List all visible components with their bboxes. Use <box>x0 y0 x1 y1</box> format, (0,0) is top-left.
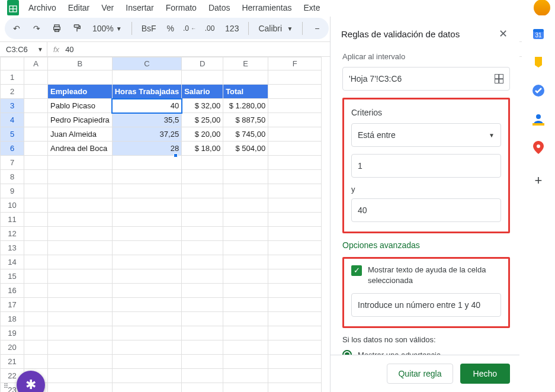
cell[interactable]: $ 504,00 <box>223 142 268 156</box>
row-head[interactable]: 9 <box>1 184 24 198</box>
helptext-highlight: ✓ Mostrar texto de ayuda de la celda sel… <box>342 257 510 328</box>
invalid-warn-option[interactable]: Mostrar una advertencia <box>342 350 510 355</box>
criteria-and-label: y <box>351 185 501 194</box>
cell[interactable]: $ 25,00 <box>182 113 223 127</box>
row-head[interactable]: 17 <box>1 298 24 312</box>
row-head[interactable]: 6 <box>1 142 24 156</box>
increase-decimal-button[interactable]: .00 <box>201 20 218 37</box>
row-head[interactable]: 12 <box>1 227 24 241</box>
col-head-C[interactable]: C <box>112 57 181 70</box>
cell-selected[interactable]: 37,25 <box>112 127 181 142</box>
svg-text:31: 31 <box>535 32 542 38</box>
undo-button[interactable]: ↶ <box>8 20 25 37</box>
col-head-D[interactable]: D <box>182 57 223 70</box>
panel-title: Reglas de validación de datos <box>341 29 460 39</box>
cell-selected[interactable]: 28 <box>112 142 181 156</box>
col-head-A[interactable]: A <box>24 57 48 70</box>
row-head[interactable]: 4 <box>1 113 24 127</box>
show-help-checkbox[interactable]: ✓ <box>351 265 362 276</box>
zoom-select[interactable]: 100%▼ <box>89 24 126 33</box>
format-currency-button[interactable]: BsF <box>138 24 160 33</box>
cell[interactable]: Andrea del Boca <box>48 142 113 156</box>
decrease-decimal-button[interactable]: .0 ← <box>181 20 198 37</box>
print-button[interactable] <box>49 20 65 37</box>
menu-herramientas[interactable]: Herramientas <box>237 1 296 15</box>
row-head[interactable]: 13 <box>1 241 24 255</box>
row-head[interactable]: 10 <box>1 198 24 213</box>
remove-rule-button[interactable]: Quitar regla <box>387 364 453 384</box>
font-size-decrease[interactable]: − <box>309 20 325 37</box>
range-field[interactable] <box>342 67 510 91</box>
redo-button[interactable]: ↷ <box>28 20 45 37</box>
row-head[interactable]: 1 <box>1 70 24 85</box>
col-head-E[interactable]: E <box>223 57 268 70</box>
col-head-F[interactable]: F <box>268 57 322 70</box>
cell-selected[interactable]: 35,5 <box>112 113 181 127</box>
cell[interactable]: $ 887,50 <box>223 113 268 127</box>
menu-extensiones[interactable]: Exte <box>299 1 325 15</box>
select-range-icon[interactable] <box>495 74 503 83</box>
criteria-min-field[interactable] <box>351 154 501 178</box>
cell[interactable]: $ 32,00 <box>182 99 223 113</box>
format-percent-button[interactable]: % <box>163 24 178 33</box>
col-head-B[interactable]: B <box>48 57 113 70</box>
avatar[interactable] <box>534 0 550 16</box>
row-head[interactable]: 15 <box>1 269 24 284</box>
header-horas[interactable]: Horas Trabajadas <box>112 85 181 99</box>
help-text-field[interactable] <box>351 293 501 317</box>
maps-icon[interactable] <box>532 141 545 154</box>
cell[interactable]: $ 745,00 <box>223 127 268 142</box>
row-head[interactable]: 2 <box>1 85 24 99</box>
row-head[interactable]: 20 <box>1 340 24 355</box>
calendar-icon[interactable]: 31 <box>532 27 545 40</box>
header-total[interactable]: Total <box>223 85 268 99</box>
help-text-input[interactable] <box>358 300 495 310</box>
keep-icon[interactable] <box>532 56 545 69</box>
row-head[interactable]: 21 <box>1 355 24 369</box>
header-empleado[interactable]: Empleado <box>48 85 113 99</box>
menu-datos[interactable]: Datos <box>204 1 235 15</box>
selection-handle[interactable] <box>174 153 178 158</box>
invalid-data-label: Si los datos no son válidos: <box>342 335 510 344</box>
menu-ver[interactable]: Ver <box>97 1 118 15</box>
cell[interactable]: Pedro Picapiedra <box>48 113 113 127</box>
range-input[interactable] <box>349 74 495 83</box>
data-validation-panel: Reglas de validación de datos ✕ Aplicar … <box>330 17 519 392</box>
criteria-max-field[interactable] <box>351 198 501 222</box>
row-head[interactable]: 14 <box>1 255 24 269</box>
advanced-options-toggle[interactable]: Opciones avanzadas <box>342 240 510 250</box>
done-button[interactable]: Hecho <box>460 364 510 384</box>
cell[interactable]: $ 20,00 <box>182 127 223 142</box>
row-head[interactable]: 19 <box>1 326 24 340</box>
row-head[interactable]: 16 <box>1 284 24 298</box>
name-box[interactable]: C3:C6▼ <box>0 42 47 56</box>
add-on-plus-icon[interactable]: + <box>535 173 543 188</box>
menu-editar[interactable]: Editar <box>63 1 95 15</box>
contacts-icon[interactable] <box>532 113 545 126</box>
chevron-down-icon: ▼ <box>489 132 495 139</box>
row-head[interactable]: 18 <box>1 312 24 326</box>
paint-format-button[interactable] <box>69 20 85 37</box>
criteria-min-input[interactable] <box>358 161 495 171</box>
criteria-select[interactable]: Está entre ▼ <box>351 123 501 147</box>
formula-input[interactable]: 40 <box>65 45 73 54</box>
cell[interactable]: Juan Almeida <box>48 127 113 142</box>
menu-formato[interactable]: Formato <box>161 1 201 15</box>
row-head[interactable]: 7 <box>1 156 24 170</box>
row-head[interactable]: 8 <box>1 170 24 184</box>
cell[interactable]: $ 1.280,00 <box>223 99 268 113</box>
format-123-button[interactable]: 123 <box>222 24 242 33</box>
header-salario[interactable]: Salario <box>182 85 223 99</box>
cell-active[interactable]: 40 <box>112 99 181 113</box>
font-select[interactable]: Calibri▼ <box>255 24 296 33</box>
menu-archivo[interactable]: Archivo <box>24 1 61 15</box>
row-head[interactable]: 3 <box>1 99 24 113</box>
row-head[interactable]: 5 <box>1 127 24 142</box>
row-head[interactable]: 11 <box>1 213 24 227</box>
cell[interactable]: $ 18,00 <box>182 142 223 156</box>
tasks-icon[interactable] <box>532 84 545 97</box>
menu-insertar[interactable]: Insertar <box>121 1 158 15</box>
cell[interactable]: Pablo Picaso <box>48 99 113 113</box>
criteria-max-input[interactable] <box>358 205 495 215</box>
close-icon[interactable]: ✕ <box>496 27 510 40</box>
